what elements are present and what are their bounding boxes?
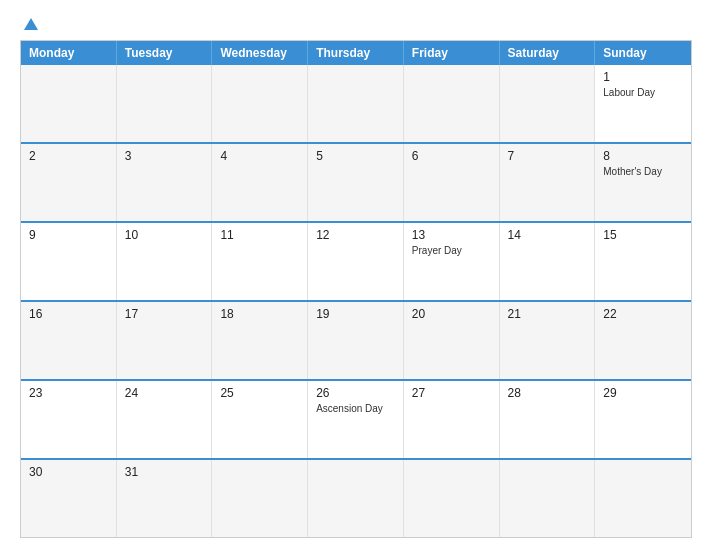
day-number: 22 [603,307,683,321]
cal-cell-w6-d5 [404,460,500,537]
page: Monday Tuesday Wednesday Thursday Friday… [0,0,712,550]
calendar-body: 1Labour Day2345678Mother's Day910111213P… [21,65,691,537]
day-number: 20 [412,307,491,321]
cal-cell-w3-d1: 9 [21,223,117,300]
cal-cell-w2-d4: 5 [308,144,404,221]
week-row-6: 3031 [21,458,691,537]
logo [20,18,38,30]
cal-cell-w3-d4: 12 [308,223,404,300]
day-number: 19 [316,307,395,321]
day-number: 13 [412,228,491,242]
header-wednesday: Wednesday [212,41,308,65]
cal-cell-w2-d7: 8Mother's Day [595,144,691,221]
day-number: 23 [29,386,108,400]
cal-cell-w1-d4 [308,65,404,142]
day-number: 3 [125,149,204,163]
cal-cell-w3-d2: 10 [117,223,213,300]
cal-cell-w5-d3: 25 [212,381,308,458]
cal-cell-w6-d2: 31 [117,460,213,537]
cal-cell-w3-d6: 14 [500,223,596,300]
header-saturday: Saturday [500,41,596,65]
day-number: 2 [29,149,108,163]
cal-cell-w2-d2: 3 [117,144,213,221]
holiday-name: Mother's Day [603,165,683,178]
cal-cell-w6-d3 [212,460,308,537]
cal-cell-w4-d4: 19 [308,302,404,379]
cal-cell-w3-d3: 11 [212,223,308,300]
day-number: 31 [125,465,204,479]
cal-cell-w5-d1: 23 [21,381,117,458]
cal-cell-w5-d6: 28 [500,381,596,458]
day-number: 21 [508,307,587,321]
week-row-3: 910111213Prayer Day1415 [21,221,691,300]
cal-cell-w4-d1: 16 [21,302,117,379]
day-number: 29 [603,386,683,400]
cal-cell-w1-d3 [212,65,308,142]
week-row-2: 2345678Mother's Day [21,142,691,221]
holiday-name: Labour Day [603,86,683,99]
cal-cell-w4-d6: 21 [500,302,596,379]
day-number: 25 [220,386,299,400]
cal-cell-w5-d7: 29 [595,381,691,458]
logo-blue-text [20,18,38,30]
header-monday: Monday [21,41,117,65]
cal-cell-w3-d5: 13Prayer Day [404,223,500,300]
header [20,18,692,30]
cal-cell-w1-d5 [404,65,500,142]
day-number: 6 [412,149,491,163]
holiday-name: Prayer Day [412,244,491,257]
cal-cell-w5-d5: 27 [404,381,500,458]
cal-cell-w4-d5: 20 [404,302,500,379]
day-number: 9 [29,228,108,242]
day-number: 30 [29,465,108,479]
day-number: 11 [220,228,299,242]
week-row-4: 16171819202122 [21,300,691,379]
day-number: 28 [508,386,587,400]
day-number: 7 [508,149,587,163]
cal-cell-w6-d4 [308,460,404,537]
day-number: 1 [603,70,683,84]
day-number: 15 [603,228,683,242]
header-thursday: Thursday [308,41,404,65]
cal-cell-w2-d6: 7 [500,144,596,221]
header-tuesday: Tuesday [117,41,213,65]
cal-cell-w1-d7: 1Labour Day [595,65,691,142]
day-number: 17 [125,307,204,321]
day-number: 12 [316,228,395,242]
cal-cell-w4-d7: 22 [595,302,691,379]
cal-cell-w6-d7 [595,460,691,537]
header-friday: Friday [404,41,500,65]
cal-cell-w2-d5: 6 [404,144,500,221]
week-row-1: 1Labour Day [21,65,691,142]
cal-cell-w4-d2: 17 [117,302,213,379]
cal-cell-w1-d2 [117,65,213,142]
day-number: 10 [125,228,204,242]
cal-cell-w6-d6 [500,460,596,537]
cal-cell-w5-d4: 26Ascension Day [308,381,404,458]
day-number: 8 [603,149,683,163]
day-number: 24 [125,386,204,400]
cal-cell-w4-d3: 18 [212,302,308,379]
cal-cell-w6-d1: 30 [21,460,117,537]
day-number: 5 [316,149,395,163]
header-sunday: Sunday [595,41,691,65]
week-row-5: 23242526Ascension Day272829 [21,379,691,458]
day-number: 4 [220,149,299,163]
cal-cell-w1-d6 [500,65,596,142]
day-number: 26 [316,386,395,400]
cal-cell-w3-d7: 15 [595,223,691,300]
logo-triangle-icon [24,18,38,30]
cal-cell-w2-d1: 2 [21,144,117,221]
holiday-name: Ascension Day [316,402,395,415]
day-number: 27 [412,386,491,400]
calendar-header: Monday Tuesday Wednesday Thursday Friday… [21,41,691,65]
cal-cell-w5-d2: 24 [117,381,213,458]
day-number: 14 [508,228,587,242]
cal-cell-w2-d3: 4 [212,144,308,221]
cal-cell-w1-d1 [21,65,117,142]
calendar: Monday Tuesday Wednesday Thursday Friday… [20,40,692,538]
day-number: 18 [220,307,299,321]
day-number: 16 [29,307,108,321]
